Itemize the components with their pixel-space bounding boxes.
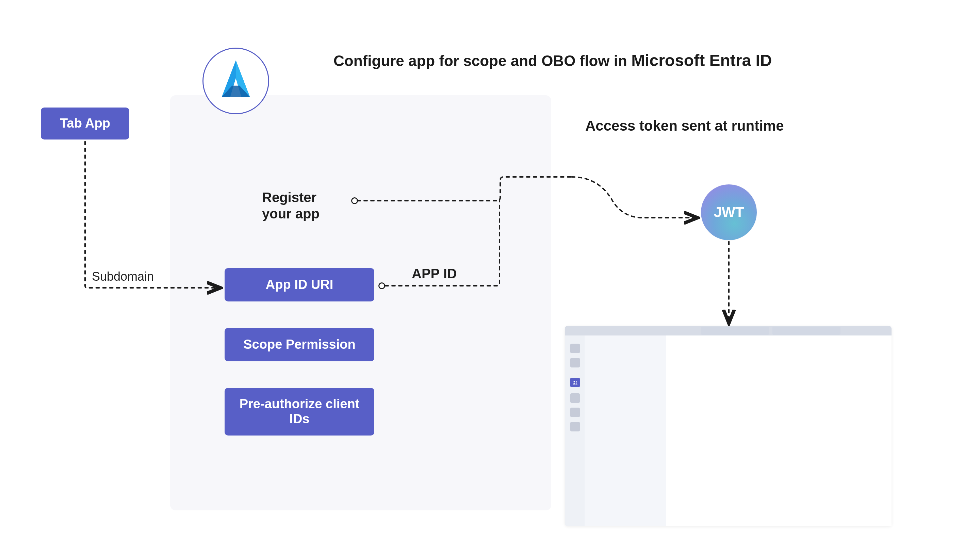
teams-icon [572, 379, 578, 386]
app-left-panel [584, 335, 666, 526]
subtitle: Access token sent at runtime [585, 118, 784, 134]
node-pre-authorize-label: Pre-authorize client IDs [229, 397, 370, 426]
node-app-id-uri: App ID URI [225, 268, 374, 302]
app-content-panel [666, 335, 891, 526]
sidebar-icon-1 [570, 344, 580, 353]
sidebar-icon-teams [570, 377, 580, 387]
main-title: Configure app for scope and OBO flow in … [333, 51, 772, 70]
diagram-canvas: Configure app for scope and OBO flow in … [0, 0, 980, 558]
azure-logo-circle [202, 48, 269, 114]
register-line2: your app [262, 206, 320, 221]
svg-point-0 [574, 381, 575, 383]
app-tab-2 [772, 327, 840, 335]
svg-point-1 [576, 381, 577, 382]
node-scope-permission: Scope Permission [225, 328, 374, 361]
jwt-node: JWT [701, 184, 757, 240]
subdomain-label: Subdomain [92, 269, 154, 284]
jwt-label: JWT [714, 204, 744, 220]
register-line1: Register [262, 190, 317, 205]
node-scope-permission-label: Scope Permission [243, 337, 355, 352]
register-dot [351, 197, 358, 204]
subtitle-text: Access token sent at runtime [585, 118, 784, 134]
config-panel [170, 95, 551, 510]
subdomain-text: Subdomain [92, 269, 154, 284]
app-tab-1 [701, 327, 769, 335]
sidebar-icon-2 [570, 358, 580, 368]
main-title-strong: Microsoft Entra ID [631, 51, 772, 69]
app-id-uri-dot [378, 282, 385, 289]
app-id-label: APP ID [412, 266, 457, 281]
sidebar-icon-5 [570, 422, 580, 432]
sidebar-icon-3 [570, 393, 580, 403]
main-title-prefix: Configure app for scope and OBO flow in [333, 53, 631, 69]
register-label: Register your app [262, 189, 320, 222]
app-id-text: APP ID [412, 266, 457, 281]
node-tab-app: Tab App [41, 108, 129, 140]
sidebar-icon-4 [570, 408, 580, 417]
node-app-id-uri-label: App ID URI [266, 277, 333, 292]
node-pre-authorize: Pre-authorize client IDs [225, 388, 374, 435]
node-tab-app-label: Tab App [60, 116, 110, 131]
azure-icon [204, 49, 268, 113]
app-window [565, 326, 891, 526]
